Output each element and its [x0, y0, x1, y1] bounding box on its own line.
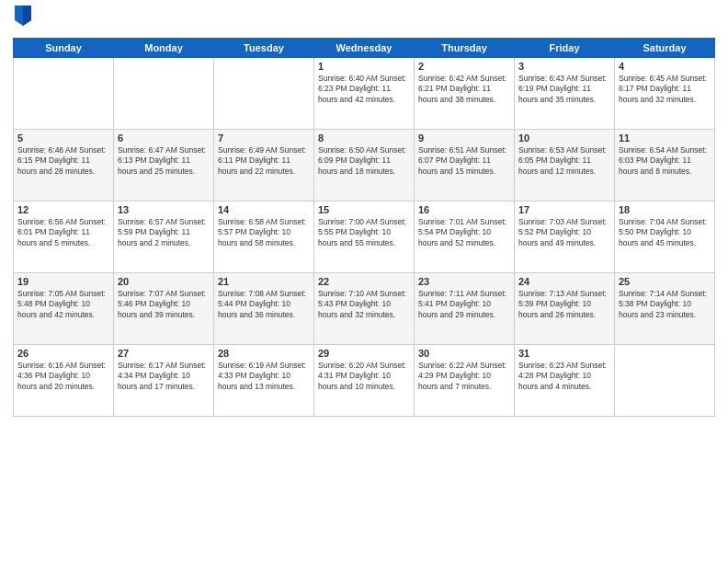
- weekday-header-saturday: Saturday: [615, 38, 715, 57]
- day-cell: 4Sunrise: 6:45 AM Sunset: 6:17 PM Daylig…: [615, 57, 715, 129]
- day-cell: 10Sunrise: 6:53 AM Sunset: 6:05 PM Dayli…: [515, 129, 615, 201]
- day-info: Sunrise: 6:22 AM Sunset: 4:29 PM Dayligh…: [418, 361, 510, 392]
- day-info: Sunrise: 7:08 AM Sunset: 5:44 PM Dayligh…: [218, 289, 310, 320]
- day-number: 19: [17, 276, 109, 287]
- day-cell: 5Sunrise: 6:46 AM Sunset: 6:15 PM Daylig…: [14, 129, 114, 201]
- day-number: 22: [318, 276, 410, 287]
- day-cell: 30Sunrise: 6:22 AM Sunset: 4:29 PM Dayli…: [415, 344, 515, 416]
- weekday-header-tuesday: Tuesday: [214, 38, 314, 57]
- day-number: 2: [418, 61, 510, 72]
- day-info: Sunrise: 7:03 AM Sunset: 5:52 PM Dayligh…: [518, 217, 610, 248]
- day-info: Sunrise: 6:19 AM Sunset: 4:33 PM Dayligh…: [218, 361, 310, 392]
- day-cell: [114, 57, 214, 129]
- day-number: 9: [418, 132, 510, 144]
- day-info: Sunrise: 6:23 AM Sunset: 4:28 PM Dayligh…: [518, 361, 610, 392]
- day-cell: 23Sunrise: 7:11 AM Sunset: 5:41 PM Dayli…: [415, 272, 515, 344]
- day-cell: 31Sunrise: 6:23 AM Sunset: 4:28 PM Dayli…: [515, 344, 615, 416]
- day-cell: 2Sunrise: 6:42 AM Sunset: 6:21 PM Daylig…: [415, 57, 515, 129]
- day-cell: 9Sunrise: 6:51 AM Sunset: 6:07 PM Daylig…: [415, 129, 515, 201]
- day-cell: 3Sunrise: 6:43 AM Sunset: 6:19 PM Daylig…: [515, 57, 615, 129]
- logo-icon: [15, 6, 31, 26]
- day-number: 8: [318, 132, 410, 144]
- day-info: Sunrise: 6:47 AM Sunset: 6:13 PM Dayligh…: [118, 145, 210, 177]
- day-number: 14: [218, 204, 310, 215]
- weekday-header-thursday: Thursday: [415, 38, 515, 57]
- day-number: 15: [318, 204, 410, 215]
- day-info: Sunrise: 6:46 AM Sunset: 6:15 PM Dayligh…: [17, 145, 109, 177]
- day-info: Sunrise: 7:11 AM Sunset: 5:41 PM Dayligh…: [418, 289, 510, 320]
- day-cell: 24Sunrise: 7:13 AM Sunset: 5:39 PM Dayli…: [515, 272, 615, 344]
- day-cell: 8Sunrise: 6:50 AM Sunset: 6:09 PM Daylig…: [314, 129, 415, 201]
- day-info: Sunrise: 6:16 AM Sunset: 4:36 PM Dayligh…: [17, 361, 109, 392]
- day-cell: 18Sunrise: 7:04 AM Sunset: 5:50 PM Dayli…: [615, 201, 715, 272]
- week-row-2: 5Sunrise: 6:46 AM Sunset: 6:15 PM Daylig…: [14, 129, 715, 201]
- day-info: Sunrise: 6:54 AM Sunset: 6:03 PM Dayligh…: [619, 145, 711, 177]
- day-cell: 11Sunrise: 6:54 AM Sunset: 6:03 PM Dayli…: [615, 129, 715, 201]
- weekday-header-sunday: Sunday: [14, 38, 114, 57]
- day-number: 1: [318, 61, 410, 72]
- day-cell: 25Sunrise: 7:14 AM Sunset: 5:38 PM Dayli…: [615, 272, 715, 344]
- day-cell: 12Sunrise: 6:56 AM Sunset: 6:01 PM Dayli…: [14, 201, 114, 272]
- day-cell: 6Sunrise: 6:47 AM Sunset: 6:13 PM Daylig…: [114, 129, 214, 201]
- day-info: Sunrise: 6:58 AM Sunset: 5:57 PM Dayligh…: [218, 217, 310, 248]
- day-number: 26: [17, 348, 109, 359]
- day-info: Sunrise: 6:20 AM Sunset: 4:31 PM Dayligh…: [318, 361, 410, 392]
- day-info: Sunrise: 7:01 AM Sunset: 5:54 PM Dayligh…: [418, 217, 510, 248]
- day-cell: 7Sunrise: 6:49 AM Sunset: 6:11 PM Daylig…: [214, 129, 314, 201]
- day-info: Sunrise: 7:07 AM Sunset: 5:46 PM Dayligh…: [118, 289, 210, 320]
- day-info: Sunrise: 6:49 AM Sunset: 6:11 PM Dayligh…: [218, 145, 310, 177]
- day-info: Sunrise: 7:05 AM Sunset: 5:48 PM Dayligh…: [17, 289, 109, 320]
- day-number: 11: [619, 132, 711, 144]
- day-info: Sunrise: 7:13 AM Sunset: 5:39 PM Dayligh…: [518, 289, 610, 320]
- page-container: SundayMondayTuesdayWednesdayThursdayFrid…: [0, 0, 728, 563]
- logo: [13, 9, 31, 30]
- day-number: 20: [118, 276, 210, 287]
- day-number: 17: [518, 204, 610, 215]
- calendar-table: SundayMondayTuesdayWednesdayThursdayFrid…: [13, 38, 715, 417]
- day-cell: [214, 57, 314, 129]
- day-info: Sunrise: 6:51 AM Sunset: 6:07 PM Dayligh…: [418, 145, 510, 177]
- day-cell: 19Sunrise: 7:05 AM Sunset: 5:48 PM Dayli…: [14, 272, 114, 344]
- day-number: 24: [518, 276, 610, 287]
- day-info: Sunrise: 6:56 AM Sunset: 6:01 PM Dayligh…: [17, 217, 109, 248]
- day-info: Sunrise: 7:10 AM Sunset: 5:43 PM Dayligh…: [318, 289, 410, 320]
- day-cell: 13Sunrise: 6:57 AM Sunset: 5:59 PM Dayli…: [114, 201, 214, 272]
- day-number: 4: [619, 61, 711, 72]
- day-number: 28: [218, 348, 310, 359]
- day-info: Sunrise: 6:53 AM Sunset: 6:05 PM Dayligh…: [518, 145, 610, 177]
- day-info: Sunrise: 7:14 AM Sunset: 5:38 PM Dayligh…: [619, 289, 711, 320]
- day-number: 25: [619, 276, 711, 287]
- header: [13, 9, 715, 30]
- day-info: Sunrise: 6:42 AM Sunset: 6:21 PM Dayligh…: [418, 74, 510, 105]
- day-number: 29: [318, 348, 410, 359]
- day-info: Sunrise: 6:17 AM Sunset: 4:34 PM Dayligh…: [118, 361, 210, 392]
- day-cell: 27Sunrise: 6:17 AM Sunset: 4:34 PM Dayli…: [114, 344, 214, 416]
- day-info: Sunrise: 7:04 AM Sunset: 5:50 PM Dayligh…: [619, 217, 711, 248]
- day-cell: [615, 344, 715, 416]
- day-info: Sunrise: 6:50 AM Sunset: 6:09 PM Dayligh…: [318, 145, 410, 177]
- day-number: 27: [118, 348, 210, 359]
- day-cell: 21Sunrise: 7:08 AM Sunset: 5:44 PM Dayli…: [214, 272, 314, 344]
- day-info: Sunrise: 6:57 AM Sunset: 5:59 PM Dayligh…: [118, 217, 210, 248]
- weekday-header-monday: Monday: [114, 38, 214, 57]
- day-number: 5: [17, 132, 109, 144]
- day-cell: 1Sunrise: 6:40 AM Sunset: 6:23 PM Daylig…: [314, 57, 415, 129]
- day-cell: 26Sunrise: 6:16 AM Sunset: 4:36 PM Dayli…: [14, 344, 114, 416]
- day-number: 18: [619, 204, 711, 215]
- day-cell: 20Sunrise: 7:07 AM Sunset: 5:46 PM Dayli…: [114, 272, 214, 344]
- day-number: 16: [418, 204, 510, 215]
- week-row-5: 26Sunrise: 6:16 AM Sunset: 4:36 PM Dayli…: [14, 344, 715, 416]
- week-row-3: 12Sunrise: 6:56 AM Sunset: 6:01 PM Dayli…: [14, 201, 715, 272]
- day-number: 12: [17, 204, 109, 215]
- day-cell: 14Sunrise: 6:58 AM Sunset: 5:57 PM Dayli…: [214, 201, 314, 272]
- day-number: 10: [518, 132, 610, 144]
- day-cell: 29Sunrise: 6:20 AM Sunset: 4:31 PM Dayli…: [314, 344, 415, 416]
- weekday-header-friday: Friday: [515, 38, 615, 57]
- day-number: 21: [218, 276, 310, 287]
- logo-text: [13, 9, 31, 30]
- day-number: 7: [218, 132, 310, 144]
- day-cell: 28Sunrise: 6:19 AM Sunset: 4:33 PM Dayli…: [214, 344, 314, 416]
- day-info: Sunrise: 6:43 AM Sunset: 6:19 PM Dayligh…: [518, 74, 610, 105]
- svg-marker-1: [23, 6, 31, 26]
- week-row-1: 1Sunrise: 6:40 AM Sunset: 6:23 PM Daylig…: [14, 57, 715, 129]
